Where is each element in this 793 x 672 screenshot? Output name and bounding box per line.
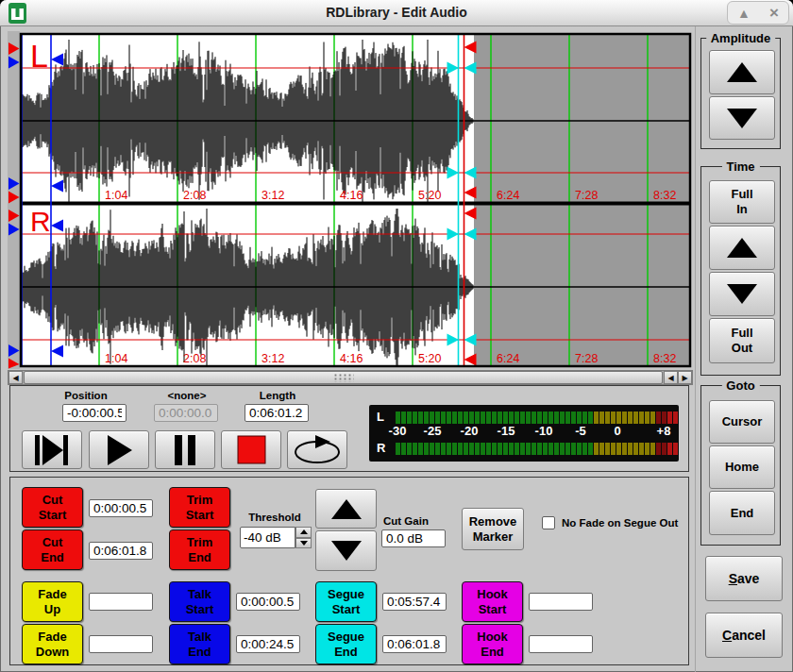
waveform-display: 1:04 2:08 3:12 4:16 5:20 6:24 7:28 8:32 … xyxy=(8,31,693,369)
threshold-spin-buttons xyxy=(295,527,312,548)
goto-group: Goto Cursor Home End xyxy=(700,385,781,546)
scrollbar-grip-icon xyxy=(333,374,354,382)
play-icon xyxy=(100,433,138,467)
cut-end-button[interactable]: Cut End xyxy=(22,529,83,570)
threshold-field[interactable] xyxy=(240,527,295,548)
spin-down-button[interactable] xyxy=(295,538,312,549)
up-arrow-icon xyxy=(331,499,362,519)
fade-up-button[interactable]: Fade Up xyxy=(22,581,83,622)
full-out-button[interactable]: Full Out xyxy=(709,318,775,363)
talk-end-field[interactable] xyxy=(236,635,300,653)
talk-start-button[interactable]: Talk Start xyxy=(169,581,230,622)
meter-scale-tick: -5 xyxy=(575,424,586,438)
svg-text:2:08: 2:08 xyxy=(183,352,206,365)
gain-up-button[interactable] xyxy=(315,489,377,529)
remove-marker-button[interactable]: Remove Marker xyxy=(462,508,524,550)
scroll-right-button[interactable]: ▶ xyxy=(678,371,692,384)
down-arrow-icon xyxy=(331,541,362,561)
titlebar[interactable]: RDLibrary - Edit Audio ▲ × xyxy=(0,0,793,26)
shade-window-button[interactable]: ▲ xyxy=(737,7,751,20)
fade-up-field[interactable] xyxy=(89,593,153,611)
scroll-left-button[interactable]: ◀ xyxy=(664,371,678,384)
fade-down-field[interactable] xyxy=(89,635,153,653)
svg-text:1:04: 1:04 xyxy=(105,189,127,202)
stop-button[interactable] xyxy=(221,430,281,469)
pause-button[interactable] xyxy=(155,430,215,469)
position-label: Position xyxy=(53,390,119,401)
svg-text:5:20: 5:20 xyxy=(418,352,441,365)
waveform-scrollbar[interactable]: ◀ ◀ ▶ xyxy=(8,370,693,385)
goto-home-button[interactable]: Home xyxy=(709,445,775,489)
edit-audio-window: RDLibrary - Edit Audio ▲ × xyxy=(0,0,793,672)
pause-icon xyxy=(166,433,204,467)
fade-down-button[interactable]: Fade Down xyxy=(22,624,83,664)
hook-start-field[interactable] xyxy=(529,593,593,611)
save-button[interactable]: Save xyxy=(705,556,783,601)
talk-start-field[interactable] xyxy=(236,593,300,611)
close-window-button[interactable]: × xyxy=(769,5,779,21)
svg-text:1:04: 1:04 xyxy=(105,352,127,365)
segue-start-button[interactable]: Segue Start xyxy=(315,581,377,622)
segue-end-field[interactable] xyxy=(382,635,447,653)
window-title: RDLibrary - Edit Audio xyxy=(0,5,793,20)
play-from-cursor-button[interactable] xyxy=(22,430,82,469)
up-arrow-icon xyxy=(300,529,308,534)
cut-gain-label: Cut Gain xyxy=(383,515,449,527)
meter-scale-tick: -15 xyxy=(498,424,515,438)
talk-end-button[interactable]: Talk End xyxy=(169,624,230,664)
svg-text:7:28: 7:28 xyxy=(575,189,598,202)
down-arrow-icon xyxy=(727,109,757,128)
gain-down-button[interactable] xyxy=(315,530,377,571)
amplitude-group-label: Amplitude xyxy=(706,31,776,45)
up-arrow-icon xyxy=(727,238,757,258)
loop-button[interactable] xyxy=(287,430,347,469)
svg-text:7:28: 7:28 xyxy=(575,352,598,365)
meter-left-label: L xyxy=(377,410,384,424)
hook-end-field[interactable] xyxy=(529,635,593,653)
amplitude-down-button[interactable] xyxy=(709,96,775,140)
trim-end-button[interactable]: Trim End xyxy=(169,529,230,570)
down-arrow-icon xyxy=(300,541,308,546)
svg-text:3:12: 3:12 xyxy=(262,189,284,202)
meter-scale-tick: -20 xyxy=(461,424,479,438)
up-arrow-icon xyxy=(727,62,757,82)
scrollbar-thumb[interactable] xyxy=(24,371,663,384)
marker-panel: Cut Start Cut End Trim Start Trim End Th… xyxy=(9,477,689,665)
cut-start-button[interactable]: Cut Start xyxy=(22,487,83,528)
segue-end-button[interactable]: Segue End xyxy=(315,624,377,664)
time-group-label: Time xyxy=(721,160,759,174)
down-arrow-icon xyxy=(727,284,757,304)
threshold-label: Threshold xyxy=(232,512,317,523)
zoom-in-time-button[interactable] xyxy=(709,226,775,270)
left-channel-label: L xyxy=(30,38,48,74)
hook-start-button[interactable]: Hook Start xyxy=(462,581,523,622)
cut-start-field[interactable] xyxy=(89,499,153,517)
trim-start-button[interactable]: Trim Start xyxy=(169,487,230,528)
segue-start-field[interactable] xyxy=(382,593,447,611)
cut-end-field[interactable] xyxy=(89,542,153,560)
no-fade-checkbox[interactable] xyxy=(542,516,555,529)
amplitude-up-button[interactable] xyxy=(709,50,775,94)
cut-gain-field[interactable] xyxy=(381,529,446,547)
play-from-icon xyxy=(32,433,72,467)
time-group: Time Full In Full Out xyxy=(700,166,781,376)
scroll-left-button[interactable]: ◀ xyxy=(8,371,23,384)
zoom-out-time-button[interactable] xyxy=(709,272,775,316)
waveform-widget[interactable]: 1:04 2:08 3:12 4:16 5:20 6:24 7:28 8:32 … xyxy=(8,31,693,369)
full-in-button[interactable]: Full In xyxy=(709,180,775,224)
goto-end-button[interactable]: End xyxy=(709,491,775,535)
window-controls: ▲ × xyxy=(727,1,789,25)
spin-up-button[interactable] xyxy=(295,527,312,538)
length-field[interactable] xyxy=(245,404,309,422)
hook-end-button[interactable]: Hook End xyxy=(462,624,523,664)
threshold-spinbox[interactable] xyxy=(240,527,312,548)
goto-group-label: Goto xyxy=(721,378,759,393)
cancel-button[interactable]: Cancel xyxy=(705,613,783,658)
position-field[interactable] xyxy=(62,404,127,422)
channel-divider xyxy=(20,202,691,206)
goto-cursor-button[interactable]: Cursor xyxy=(709,400,775,444)
svg-text:8:32: 8:32 xyxy=(653,352,676,365)
play-button[interactable] xyxy=(89,430,149,469)
right-channel-label: R xyxy=(30,206,51,237)
marker-readout-field xyxy=(154,404,218,422)
